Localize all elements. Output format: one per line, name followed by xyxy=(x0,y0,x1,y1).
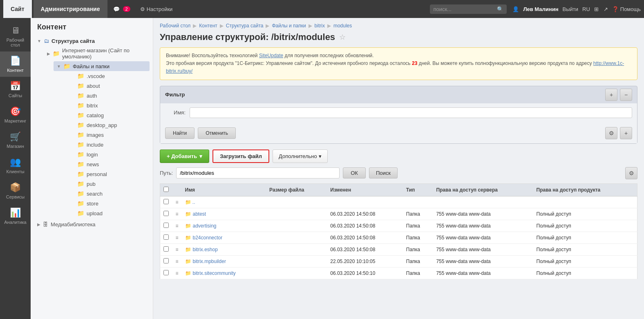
breadcrumb-item-0[interactable]: Рабочий стол xyxy=(160,23,190,29)
path-settings-icon[interactable]: ⚙ xyxy=(625,167,637,179)
sidebar-item-marketing[interactable]: 🎯 Маркетинг xyxy=(0,102,31,127)
row-menu-icon[interactable]: ≡ xyxy=(176,247,179,252)
help-btn[interactable]: ❓ Помощь xyxy=(612,6,641,12)
sidebar-item-sites[interactable]: 📅 Сайты xyxy=(0,77,31,102)
file-link[interactable]: advertising xyxy=(193,223,217,229)
filter-name-input[interactable] xyxy=(190,107,632,118)
tree-folder-include[interactable]: ▶📁include xyxy=(68,140,150,149)
file-link[interactable]: bitrix.mpbuilder xyxy=(193,259,226,264)
table-row: ≡ 📁b24connector 06.03.2020 14:50:08 Папк… xyxy=(160,232,637,243)
tree-folder-bitrix[interactable]: ▶📁bitrix xyxy=(68,100,150,110)
folder-icon: 📁 xyxy=(77,102,84,109)
row-product-rights xyxy=(533,196,637,208)
siteupdate-link[interactable]: SiteUpdate xyxy=(259,53,283,58)
row-menu-icon[interactable]: ≡ xyxy=(176,223,179,229)
tab-site[interactable]: Сайт xyxy=(3,0,32,18)
row-checkbox[interactable] xyxy=(163,223,169,228)
tree-folder-search[interactable]: ▶📁search xyxy=(68,189,150,199)
sidebar-item-content[interactable]: 📄 Контент xyxy=(0,51,31,77)
sidebar-item-services[interactable]: 📦 Сервисы xyxy=(0,178,31,203)
file-link[interactable]: b24connector xyxy=(193,235,223,241)
file-link[interactable]: bitrix.eshop xyxy=(193,247,218,252)
tree-folder-login[interactable]: ▶📁login xyxy=(68,149,150,159)
tree-folder-list: ▶📁.vscode▶📁about▶📁auth▶📁bitrix▶📁catalog▶… xyxy=(54,71,150,218)
tree-folder-pub[interactable]: ▶📁pub xyxy=(68,179,150,189)
search-input[interactable] xyxy=(433,6,494,12)
file-link[interactable]: bitrix.sitecommunity xyxy=(193,270,236,276)
row-server-rights xyxy=(433,196,533,208)
tree-folder-desktop_app[interactable]: ▶📁desktop_app xyxy=(68,120,150,130)
row-server-rights: 755 www-data www-data xyxy=(433,243,533,255)
add-btn[interactable]: + Добавить ▾ xyxy=(160,149,209,163)
row-menu-icon[interactable]: ≡ xyxy=(176,199,179,205)
row-checkbox[interactable] xyxy=(163,211,169,216)
tree-folder-.vscode[interactable]: ▶📁.vscode xyxy=(68,71,150,81)
file-link[interactable]: abtest xyxy=(193,211,206,217)
upload-file-btn[interactable]: Загрузить файл xyxy=(212,149,269,163)
sidebar-item-clients[interactable]: 👥 Клиенты xyxy=(0,153,31,178)
filter-name-label: Имя: xyxy=(165,109,186,116)
filter-find-btn[interactable]: Найти xyxy=(165,127,195,139)
row-product-rights: Полный доступ xyxy=(533,267,637,279)
tree-folder-upload[interactable]: ▶📁upload xyxy=(68,208,150,218)
tree-files-folders[interactable]: ▼ 📁 Файлы и папки xyxy=(54,61,150,71)
tab-site-label: Сайт xyxy=(11,6,25,12)
select-all-checkbox[interactable] xyxy=(163,187,169,192)
filter-collapse-btn[interactable]: − xyxy=(620,89,632,101)
row-checkbox[interactable] xyxy=(163,234,169,240)
media-icon: 🗄 xyxy=(43,221,48,228)
tree-folder-auth[interactable]: ▶📁auth xyxy=(68,91,150,100)
th-checkbox xyxy=(160,183,172,196)
window-icon[interactable]: ⊞ xyxy=(594,6,599,12)
row-menu-icon[interactable]: ≡ xyxy=(176,235,179,241)
breadcrumb-item-3[interactable]: Файлы и папки xyxy=(272,23,306,29)
tree-media[interactable]: ▶ 🗄 Медиабиблиотека xyxy=(34,220,150,229)
path-ok-btn[interactable]: ОК xyxy=(343,167,366,178)
more-dropdown-icon: ▾ xyxy=(319,153,322,159)
path-input[interactable] xyxy=(176,167,340,178)
row-checkbox[interactable] xyxy=(163,246,169,252)
content-sidebar-title: Контент xyxy=(31,23,153,36)
more-btn[interactable]: Дополнительно ▾ xyxy=(273,149,328,163)
page-title: Управление структурой: /bitrix/modules xyxy=(160,32,335,42)
messages-btn[interactable]: 💬 2 xyxy=(109,6,134,12)
filter-settings-icon[interactable]: ⚙ xyxy=(605,127,617,139)
row-menu-icon[interactable]: ≡ xyxy=(176,259,179,264)
breadcrumb-item-1[interactable]: Контент xyxy=(199,23,217,29)
row-menu-icon[interactable]: ≡ xyxy=(176,270,179,276)
sites-icon: 📅 xyxy=(10,81,21,91)
breadcrumb-item-5[interactable]: modules xyxy=(333,23,352,29)
row-checkbox[interactable] xyxy=(163,270,169,275)
parent-dir-link[interactable]: .. xyxy=(192,199,195,205)
row-checkbox[interactable] xyxy=(163,258,169,263)
lang-selector[interactable]: RU xyxy=(582,6,590,12)
tree-folder-store[interactable]: ▶📁store xyxy=(68,199,150,208)
table-row: ≡ 📁 .. xyxy=(160,196,637,208)
arrow-down-icon2: ▼ xyxy=(57,64,61,69)
breadcrumb-item-2[interactable]: Структура сайта xyxy=(226,23,264,29)
breadcrumb-item-4[interactable]: bitrix xyxy=(315,23,325,29)
sidebar-item-shop[interactable]: 🛒 Магазин xyxy=(0,127,31,153)
tree-folder-catalog[interactable]: ▶📁catalog xyxy=(68,110,150,120)
tree-folder-news[interactable]: ▶📁news xyxy=(68,159,150,169)
settings-btn[interactable]: ⚙ Настройки xyxy=(136,6,177,12)
folder-icon: 📁 xyxy=(77,112,84,118)
tree-internet-shop[interactable]: ▶ 📁 Интернет-магазин (Сайт по умолчанию) xyxy=(44,46,150,61)
path-search-btn[interactable]: Поиск xyxy=(369,167,398,178)
filter-add-btn[interactable]: + xyxy=(605,89,617,101)
filter-cancel-btn[interactable]: Отменить xyxy=(198,127,236,139)
sidebar-item-analytics[interactable]: 📊 Аналитика xyxy=(0,203,31,229)
favorite-star-icon[interactable]: ☆ xyxy=(339,33,346,42)
filter-add-condition-btn[interactable]: + xyxy=(620,127,632,139)
row-size xyxy=(266,255,327,267)
tree-folder-about[interactable]: ▶📁about xyxy=(68,81,150,91)
tree-structure-site[interactable]: ▼ 🗂 Структура сайта xyxy=(34,36,150,46)
tree-folder-images[interactable]: ▶📁images xyxy=(68,130,150,140)
exit-btn[interactable]: Выйти xyxy=(563,6,579,12)
row-checkbox[interactable] xyxy=(163,199,169,204)
arrow-icon[interactable]: ↗ xyxy=(604,6,608,12)
tree-folder-personal[interactable]: ▶📁personal xyxy=(68,169,150,179)
tab-admin[interactable]: Администрирование xyxy=(34,0,107,18)
sidebar-item-desktop[interactable]: 🖥 Рабочий стол xyxy=(0,21,31,51)
row-menu-icon[interactable]: ≡ xyxy=(176,211,179,217)
